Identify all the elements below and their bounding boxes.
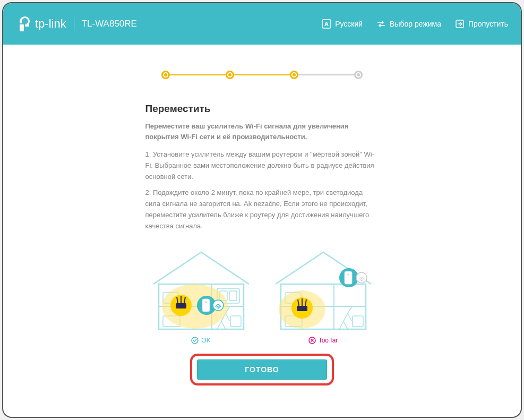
language-label: Русский	[335, 20, 363, 28]
step-line-1	[170, 74, 226, 75]
highlight-annotation: ГОТОВО	[190, 354, 334, 385]
skip-icon	[455, 19, 465, 29]
x-circle-icon	[308, 337, 316, 344]
step-4	[354, 71, 363, 79]
done-button[interactable]: ГОТОВО	[197, 359, 327, 380]
diagram-too-far: Too far	[270, 247, 376, 344]
house-ok-illustration	[148, 247, 254, 332]
skip-label: Пропустить	[468, 20, 508, 28]
language-icon: A	[322, 19, 331, 29]
mode-select-button[interactable]: Выбор режима	[376, 19, 441, 29]
house-bad-illustration	[270, 247, 376, 332]
mode-label: Выбор режима	[390, 20, 441, 28]
step-2	[226, 71, 234, 79]
page-subtitle: Переместите ваш усилитель Wi-Fi сигнала …	[145, 121, 379, 142]
progress-stepper	[11, 71, 513, 79]
svg-point-22	[205, 301, 207, 303]
svg-rect-1	[25, 24, 29, 27]
divider	[74, 18, 74, 30]
header-right: A Русский Выбор режима Пропустить	[322, 19, 508, 29]
step-line-2	[234, 74, 290, 75]
main-text: Переместить Переместите ваш усилитель Wi…	[145, 103, 379, 232]
instruction-2: 2. Подождите около 2 минут, пока по край…	[145, 187, 379, 232]
step-3	[290, 71, 298, 79]
language-selector[interactable]: A Русский	[322, 19, 363, 29]
svg-rect-13	[230, 316, 241, 327]
svg-rect-0	[20, 24, 24, 31]
svg-rect-34	[297, 306, 307, 311]
tplink-logo-icon	[18, 16, 32, 32]
svg-point-40	[347, 273, 349, 276]
header-left: tp-link TL-WA850RE	[18, 16, 137, 32]
svg-rect-39	[345, 271, 352, 284]
skip-button[interactable]: Пропустить	[455, 19, 508, 29]
instruction-1: 1. Установите усилитель между вашим роут…	[145, 149, 379, 182]
brand-text: tp-link	[35, 17, 66, 31]
step-1	[161, 71, 170, 79]
svg-rect-31	[353, 316, 363, 327]
step-line-3	[298, 74, 354, 75]
content-area: Переместить Переместите ваш усилитель Wi…	[11, 52, 513, 409]
svg-text:A: A	[324, 21, 329, 27]
page-title: Переместить	[145, 103, 379, 115]
svg-point-41	[356, 272, 367, 283]
svg-point-42	[360, 279, 362, 281]
diagram-ok: OK	[148, 247, 254, 344]
svg-rect-11	[229, 291, 237, 301]
too-far-label: Too far	[270, 337, 376, 344]
ok-label: OK	[148, 337, 254, 344]
diagrams-row: OK	[11, 247, 513, 344]
check-circle-icon	[191, 337, 199, 344]
svg-point-24	[217, 307, 219, 308]
mode-icon	[376, 19, 386, 29]
model-name: TL-WA850RE	[82, 19, 137, 29]
svg-rect-21	[202, 299, 210, 312]
logo: tp-link	[18, 16, 66, 32]
svg-point-23	[213, 300, 224, 311]
svg-rect-16	[176, 303, 186, 308]
button-container: ГОТОВО	[11, 354, 513, 385]
header: tp-link TL-WA850RE A Русский Выбор режим…	[3, 3, 521, 45]
